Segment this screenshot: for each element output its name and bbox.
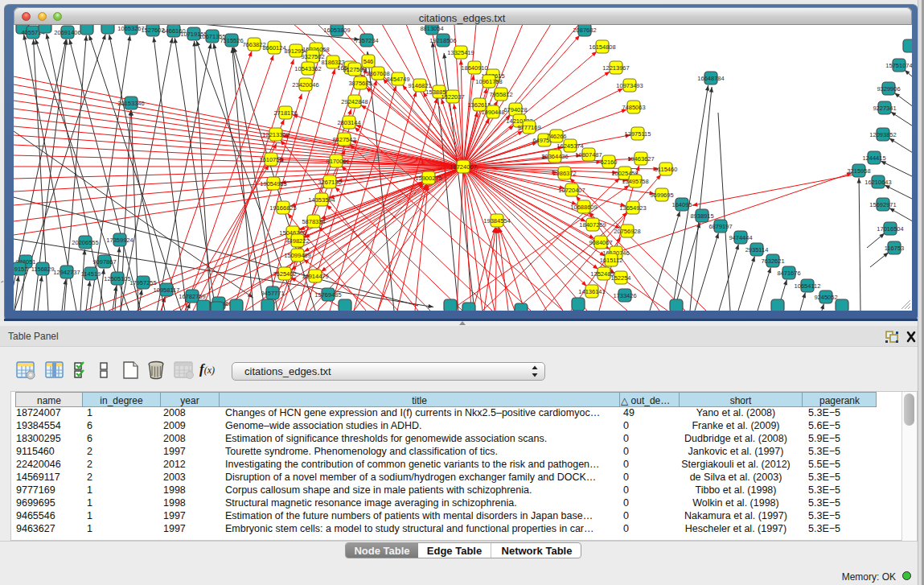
svg-text:15099489: 15099489: [284, 252, 310, 259]
svg-text:8660124: 8660124: [262, 44, 285, 51]
svg-text:7632621: 7632621: [761, 257, 784, 265]
svg-text:9227341: 9227341: [873, 105, 896, 112]
svg-text:13495758: 13495758: [622, 178, 648, 185]
svg-text:1322037: 1322037: [441, 93, 464, 101]
svg-text:12942737: 12942737: [53, 269, 80, 276]
svg-text:1527602: 1527602: [141, 27, 164, 34]
svg-text:9097867: 9097867: [92, 258, 116, 266]
svg-text:18407269: 18407269: [579, 221, 606, 229]
svg-text:15692971: 15692971: [869, 201, 896, 208]
svg-text:7515526: 7515526: [220, 37, 243, 44]
svg-text:19166825: 19166825: [269, 204, 296, 212]
svg-text:12093852: 12093852: [869, 131, 896, 138]
svg-text:17016504: 17016504: [877, 225, 903, 233]
svg-text:20206555: 20206555: [72, 239, 98, 246]
svg-text:18640910: 18640910: [461, 64, 487, 72]
svg-text:3875685: 3875685: [348, 80, 372, 87]
svg-text:9084067: 9084067: [589, 239, 612, 246]
svg-text:20364436: 20364436: [541, 153, 568, 160]
svg-text:13654923: 13654923: [619, 204, 646, 212]
svg-text:19384554: 19384554: [483, 217, 510, 225]
svg-text:10543362: 10543362: [294, 65, 321, 72]
svg-text:20691406: 20691406: [54, 29, 80, 36]
svg-text:9474444: 9474444: [729, 234, 752, 241]
svg-text:15751074: 15751074: [885, 62, 912, 69]
svg-text:8938915: 8938915: [690, 212, 713, 220]
svg-text:1615112: 1615112: [600, 257, 623, 264]
svg-text:10654112: 10654112: [795, 282, 821, 290]
svg-text:1156829: 1156829: [31, 266, 55, 273]
svg-text:20756928: 20756928: [614, 228, 640, 235]
svg-text:1733426: 1733426: [613, 292, 636, 299]
svg-text:15900275: 15900275: [415, 175, 441, 182]
svg-text:12505105: 12505105: [104, 275, 130, 282]
svg-text:12213967: 12213967: [602, 64, 629, 72]
svg-text:9699695: 9699695: [650, 192, 673, 199]
svg-text:16210643: 16210643: [864, 179, 891, 186]
svg-text:114519: 114519: [81, 270, 101, 278]
svg-text:164095: 164095: [671, 201, 692, 208]
svg-text:116753: 116753: [885, 245, 904, 252]
svg-text:4498222: 4498222: [285, 237, 309, 245]
svg-text:9127508: 9127508: [343, 66, 366, 73]
svg-text:2803144: 2803144: [337, 119, 360, 126]
svg-text:9777169: 9777169: [517, 124, 540, 131]
svg-text:10720407: 10720407: [558, 187, 585, 194]
svg-text:17957255: 17957255: [129, 279, 156, 286]
svg-text:10807487: 10807487: [575, 151, 602, 159]
svg-text:6794028: 6794028: [503, 106, 527, 113]
svg-text:19463627: 19463627: [627, 155, 654, 163]
svg-text:9329906: 9329906: [877, 85, 900, 93]
svg-text:39153: 39153: [14, 266, 27, 273]
svg-text:13325419: 13325419: [447, 49, 474, 56]
svg-text:13975115: 13975115: [625, 130, 651, 138]
svg-text:2718176: 2718176: [273, 109, 297, 117]
svg-text:16245374: 16245374: [556, 142, 583, 150]
svg-text:12213309: 12213309: [262, 131, 289, 138]
svg-text:7357234: 7357234: [355, 37, 378, 44]
svg-text:10961758: 10961758: [475, 78, 502, 85]
svg-text:7955812: 7955812: [489, 91, 512, 98]
svg-text:2986372: 2986372: [552, 170, 576, 177]
svg-text:817006: 817006: [326, 158, 346, 165]
svg-text:8471676: 8471676: [777, 270, 800, 277]
svg-text:10688609: 10688609: [570, 204, 597, 211]
svg-text:16053809: 16053809: [323, 27, 350, 34]
svg-text:3215958: 3215958: [847, 167, 870, 175]
svg-text:1990448: 1990448: [481, 109, 504, 116]
svg-text:7485063: 7485063: [622, 104, 645, 111]
svg-text:10958117: 10958117: [154, 286, 180, 294]
svg-text:14353594: 14353594: [308, 196, 335, 204]
svg-text:14136141: 14136141: [578, 288, 605, 295]
svg-text:19054985: 19054985: [260, 180, 286, 187]
svg-text:62160: 62160: [601, 159, 618, 166]
svg-text:19218506: 19218506: [429, 37, 456, 44]
svg-text:29242848: 29242848: [341, 98, 368, 105]
svg-text:546: 546: [363, 58, 374, 65]
svg-text:16914479: 16914479: [302, 273, 328, 280]
svg-text:2935114: 2935114: [745, 246, 769, 253]
svg-text:7625402: 7625402: [273, 270, 296, 278]
svg-text:746266: 746266: [546, 133, 566, 140]
svg-text:3267130: 3267130: [318, 179, 341, 186]
svg-text:9115460: 9115460: [655, 166, 678, 173]
svg-text:8454749: 8454749: [386, 76, 409, 83]
svg-text:16154808: 16154808: [589, 43, 615, 51]
svg-text:16782759: 16782759: [179, 293, 205, 300]
svg-text:23420046: 23420046: [292, 81, 318, 89]
svg-text:20153346: 20153346: [117, 100, 144, 107]
svg-text:9457771: 9457771: [261, 290, 284, 297]
svg-text:17359924: 17359924: [106, 237, 133, 244]
svg-text:1244415: 1244415: [862, 154, 885, 162]
svg-text:10973493: 10973493: [616, 82, 643, 89]
svg-text:15769485: 15769485: [314, 291, 341, 299]
svg-text:2087682: 2087682: [573, 27, 596, 34]
svg-text:8813054: 8813054: [420, 25, 443, 32]
svg-text:5878334: 5878334: [302, 218, 325, 225]
svg-text:18724007: 18724007: [450, 163, 476, 171]
svg-text:6879197: 6879197: [708, 223, 732, 230]
svg-text:9245052: 9245052: [814, 294, 837, 301]
svg-text:152254: 152254: [610, 274, 630, 282]
svg-text:8427542: 8427542: [332, 136, 355, 143]
svg-text:16648784: 16648784: [697, 75, 724, 82]
